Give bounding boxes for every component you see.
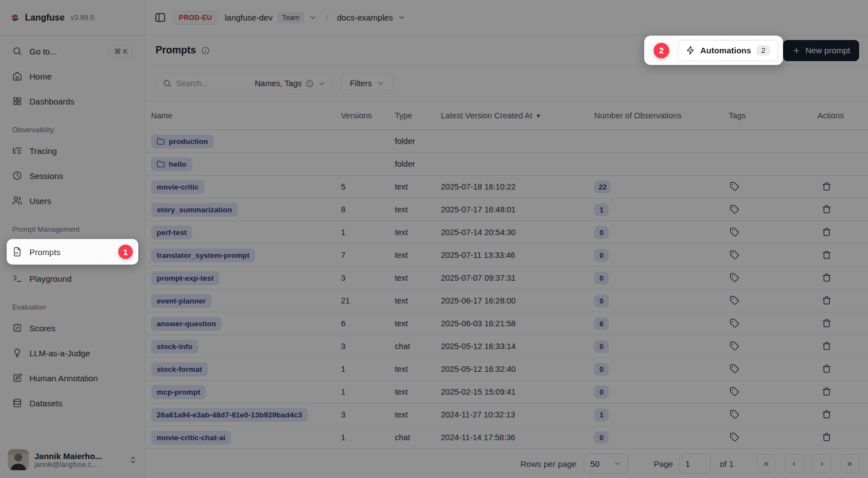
delete-button[interactable] (821, 203, 832, 215)
prompt-name-badge[interactable]: stock-format (151, 362, 208, 376)
prompt-name-badge[interactable]: movie-critic-chat-ai (151, 431, 231, 445)
delete-button[interactable] (821, 363, 832, 375)
new-prompt-button[interactable]: New prompt (783, 40, 859, 61)
tag-button[interactable] (729, 363, 740, 375)
previous-page-button[interactable]: ‹ (785, 454, 804, 473)
column-header-actions[interactable]: Actions (817, 111, 868, 120)
table-row[interactable]: translator_system-prompt7text2025-07-11 … (145, 244, 868, 267)
search-input[interactable] (176, 79, 250, 88)
tag-button[interactable] (729, 295, 740, 306)
sidebar-item-dashboards[interactable]: Dashboards (7, 90, 138, 112)
delete-button[interactable] (821, 317, 832, 329)
sidebar-item-tracing[interactable]: Tracing (7, 140, 138, 162)
table-row[interactable]: event-planner21text2025-06-17 16:28:000 (145, 290, 868, 312)
table-row[interactable]: productionfolder (145, 130, 868, 153)
tag-button[interactable] (729, 249, 740, 261)
trash-icon (822, 318, 831, 328)
prompt-name-badge[interactable]: event-planner (151, 294, 212, 308)
table-row[interactable]: story_summarization8text2025-07-17 16:48… (145, 198, 868, 221)
tag-button[interactable] (729, 272, 740, 283)
org-selector[interactable]: langfuse-dev Team (225, 12, 318, 23)
versions-cell: 1 (341, 433, 395, 442)
automations-button[interactable]: Automations 2 (678, 40, 778, 61)
org-plan-badge: Team (277, 12, 305, 23)
table-row[interactable]: stock-format1text2025-05-12 16:32:400 (145, 358, 868, 381)
delete-button[interactable] (821, 431, 832, 443)
observations-count-badge: 0 (594, 295, 609, 307)
versions-cell: 21 (341, 296, 395, 305)
observations-count-badge: 6 (594, 317, 609, 330)
search-scope-dropdown[interactable]: Names, Tags (255, 79, 326, 88)
folder-badge[interactable]: production (151, 135, 214, 148)
grid-icon (12, 96, 22, 106)
prompt-name-badge[interactable]: stock-info (151, 340, 198, 353)
delete-button[interactable] (821, 226, 832, 238)
info-icon[interactable] (201, 46, 210, 55)
page-number-input[interactable] (679, 454, 711, 474)
delete-button[interactable] (821, 272, 832, 283)
delete-button[interactable] (821, 386, 832, 397)
column-header-number-of-observations[interactable]: Number of Observations (594, 111, 729, 120)
rows-per-page-select[interactable]: 50 (584, 454, 628, 474)
last-page-button[interactable]: » (840, 454, 859, 473)
sidebar-item-playground[interactable]: Playground (7, 267, 138, 290)
prompt-name-badge[interactable]: answer-question (151, 317, 222, 331)
column-header-versions[interactable]: Versions (341, 111, 395, 120)
folder-badge[interactable]: hello (151, 157, 192, 171)
tag-button[interactable] (729, 431, 740, 443)
table-row[interactable]: movie-critic-chat-ai1chat2024-11-14 17:5… (145, 426, 868, 449)
sidebar-item-users[interactable]: Users (7, 190, 138, 212)
tag-button[interactable] (729, 340, 740, 352)
project-selector[interactable]: docs-examples (337, 13, 406, 22)
filters-button[interactable]: Filters (341, 73, 393, 94)
delete-button[interactable] (821, 340, 832, 352)
sidebar-item-llm-as-a-judge[interactable]: LLM-as-a-Judge (7, 342, 138, 364)
tag-button[interactable] (729, 181, 740, 192)
tag-button[interactable] (729, 317, 740, 329)
sidebar-item-human-annotation[interactable]: Human Annotation (7, 367, 138, 389)
prompt-name-badge[interactable]: perf-test (151, 226, 192, 240)
tag-button[interactable] (729, 226, 740, 238)
user-menu[interactable]: Jannik Maierho... jannik@langfuse.c... (0, 442, 145, 478)
next-page-button[interactable]: › (812, 454, 831, 473)
prompt-name-badge[interactable]: translator_system-prompt (151, 248, 255, 262)
sidebar-item-home[interactable]: Home (7, 65, 138, 87)
created-at-cell: 2024-11-14 17:58:36 (441, 433, 594, 442)
prompt-name-badge[interactable]: story_summarization (151, 203, 238, 217)
sidebar-item-datasets[interactable]: Datasets (7, 392, 138, 414)
table-row[interactable]: mcp-prompt1text2025-02-15 15:09:410 (145, 381, 868, 404)
table-row[interactable]: perf-test1text2025-07-14 20:54:300 (145, 221, 868, 244)
table-row[interactable]: hellofolder (145, 153, 868, 176)
delete-button[interactable] (821, 181, 832, 192)
chevron-down-icon (309, 13, 317, 22)
tag-button[interactable] (729, 203, 740, 215)
sidebar-item-sessions[interactable]: Sessions (7, 165, 138, 187)
main-content: PROD-EU langfuse-dev Team / docs-example… (145, 0, 868, 478)
sidebar-toggle-icon[interactable] (154, 12, 166, 23)
sidebar-item-scores[interactable]: Scores (7, 317, 138, 339)
table-row[interactable]: prompt-exp-test3text2025-07-07 09:37:310 (145, 267, 868, 290)
sidebar-item-prompts[interactable]: Prompts1 (7, 239, 138, 265)
type-cell: text (395, 273, 441, 282)
delete-button[interactable] (821, 249, 832, 261)
column-header-latest-version-created-at[interactable]: Latest Version Created At▼ (441, 111, 594, 120)
table-row[interactable]: movie-critic5text2025-07-18 16:10:2222 (145, 176, 868, 198)
table-row[interactable]: stock-info3chat2025-05-12 16:33:140 (145, 335, 868, 358)
prompt-name-badge[interactable]: mcp-prompt (151, 385, 206, 399)
column-header-tags[interactable]: Tags (729, 111, 817, 120)
first-page-button[interactable]: « (757, 454, 776, 473)
table-row[interactable]: 26a61a94-e3ab-48d7-81e0-13b929bad4c33tex… (145, 404, 868, 426)
table-row[interactable]: answer-question6text2025-06-03 16:21:586 (145, 312, 868, 335)
tag-button[interactable] (729, 409, 740, 420)
prompt-name-badge[interactable]: prompt-exp-test (151, 271, 219, 285)
delete-button[interactable] (821, 409, 832, 420)
column-header-name[interactable]: Name (151, 111, 341, 120)
column-header-type[interactable]: Type (395, 111, 441, 120)
sidebar-item-go-to[interactable]: Go to... ⌘ K (7, 40, 138, 62)
tag-button[interactable] (729, 386, 740, 397)
delete-button[interactable] (821, 295, 832, 306)
rows-per-page-label: Rows per page (520, 459, 576, 469)
prompt-name-badge[interactable]: 26a61a94-e3ab-48d7-81e0-13b929bad4c3 (151, 408, 308, 422)
prompt-name-badge[interactable]: movie-critic (151, 180, 204, 194)
chevron-down-icon (318, 79, 326, 88)
